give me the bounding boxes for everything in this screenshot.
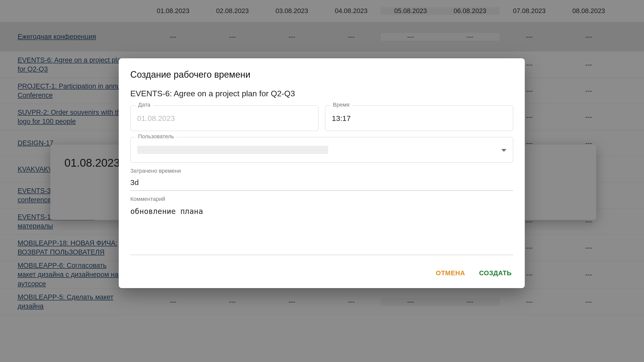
date-label: Дата	[136, 102, 153, 108]
comment-field[interactable]: Комментарий	[130, 196, 513, 256]
time-label: Время	[330, 102, 352, 108]
create-button[interactable]: СОЗДАТЬ	[478, 267, 513, 279]
comment-input[interactable]	[130, 205, 513, 255]
modal-title: Создание рабочего времени	[130, 69, 513, 80]
comment-label: Комментарий	[130, 196, 513, 202]
time-input[interactable]	[332, 114, 506, 123]
spent-input[interactable]	[130, 177, 513, 191]
date-input[interactable]	[137, 114, 312, 123]
spent-label: Затрачено времени	[130, 168, 513, 174]
spent-field[interactable]: Затрачено времени	[130, 168, 513, 191]
modal-actions: ОТМЕНА СОЗДАТЬ	[130, 267, 513, 279]
chevron-down-icon[interactable]	[501, 149, 506, 152]
modal-subtitle: EVENTS-6: Agree on a project plan for Q2…	[130, 89, 513, 98]
user-field-wrapper[interactable]: Пользователь	[130, 137, 513, 163]
cancel-button[interactable]: ОТМЕНА	[434, 267, 466, 279]
date-field-wrapper[interactable]: Дата	[130, 105, 318, 131]
user-label: Пользователь	[136, 133, 177, 140]
user-loading-skeleton	[137, 146, 328, 154]
time-entry-modal: Создание рабочего времени EVENTS-6: Agre…	[119, 58, 525, 288]
time-field-wrapper[interactable]: Время	[325, 105, 513, 131]
